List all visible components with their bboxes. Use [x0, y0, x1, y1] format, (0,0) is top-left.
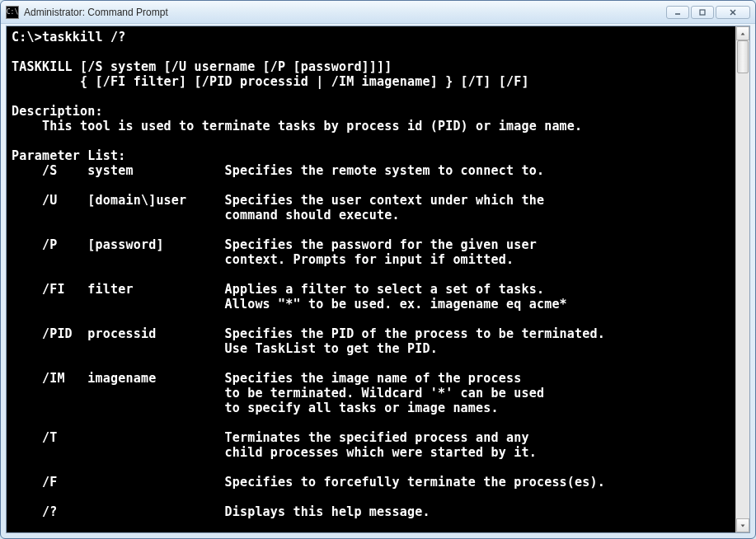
scroll-track[interactable] — [736, 40, 749, 518]
cmd-window: C:\ Administrator: Command Prompt C:\>ta… — [0, 0, 756, 539]
svg-rect-1 — [700, 10, 705, 15]
maximize-button[interactable] — [691, 6, 714, 19]
window-controls — [666, 6, 750, 19]
vertical-scrollbar[interactable] — [735, 26, 749, 532]
scroll-thumb[interactable] — [737, 40, 749, 73]
close-button[interactable] — [716, 6, 750, 19]
terminal-output[interactable]: C:\>taskkill /? TASKKILL [/S system [/U … — [7, 26, 735, 532]
cmd-icon: C:\ — [6, 6, 19, 19]
titlebar[interactable]: C:\ Administrator: Command Prompt — [1, 1, 755, 24]
svg-marker-4 — [741, 32, 745, 35]
minimize-button[interactable] — [666, 6, 689, 19]
scroll-up-button[interactable] — [736, 26, 749, 40]
svg-marker-5 — [741, 524, 745, 527]
scroll-down-button[interactable] — [736, 518, 749, 532]
window-title: Administrator: Command Prompt — [24, 7, 666, 18]
client-area: C:\>taskkill /? TASKKILL [/S system [/U … — [6, 26, 750, 533]
